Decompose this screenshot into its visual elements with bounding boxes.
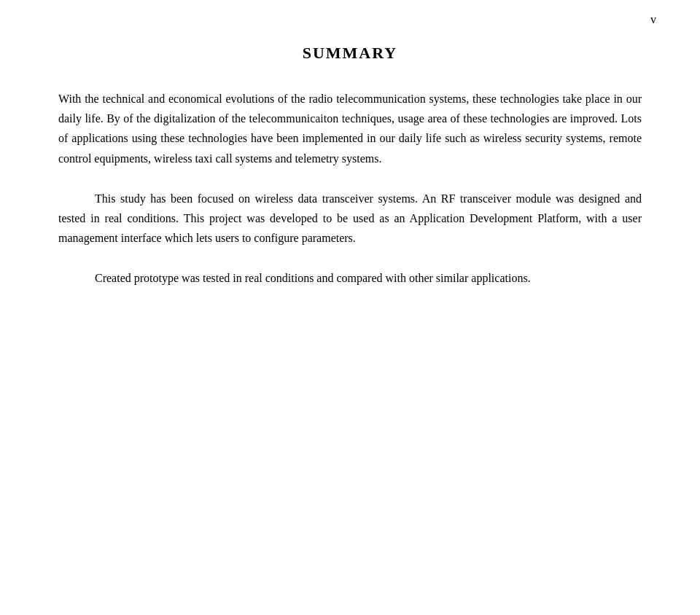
page-title: SUMMARY: [58, 44, 642, 63]
paragraph-1: With the technical and economical evolut…: [58, 89, 642, 168]
paragraph-3: Created prototype was tested in real con…: [58, 268, 642, 288]
page-number: v: [650, 13, 656, 26]
paragraph-2: This study has been focused on wireless …: [58, 189, 642, 248]
